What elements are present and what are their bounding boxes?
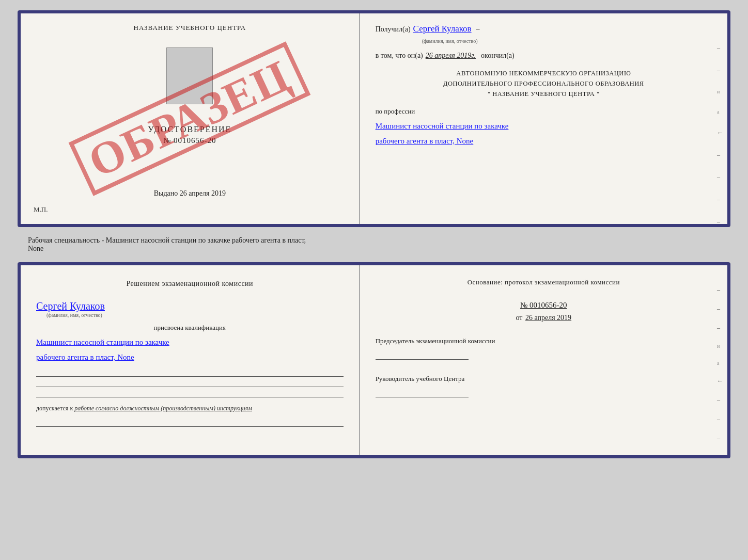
protocol-number: № 0010656-20 xyxy=(376,301,712,310)
school-name-top: НАЗВАНИЕ УЧЕБНОГО ЦЕНТРА xyxy=(134,24,246,32)
chairman-block: Председатель экзаменационной комиссии xyxy=(376,337,712,360)
profession-line2: рабочего агента в пласт, None xyxy=(376,137,712,146)
issued-line: Выдано 26 апреля 2019 xyxy=(154,189,226,203)
issued-text: Выдано xyxy=(154,189,178,197)
date-suffix: окончил(а) xyxy=(481,52,515,60)
certificate-number: № 0010656-20 xyxy=(163,136,216,145)
underline-final xyxy=(36,418,344,427)
qualification-label: присвоена квалификация xyxy=(36,324,344,332)
profession-label: по профессии xyxy=(376,107,712,116)
underline-2 xyxy=(36,378,344,387)
middle-text-strip: Рабочая специальность - Машинист насосно… xyxy=(18,232,730,257)
name-sublabel: (фамилия, имя, отчество) xyxy=(46,312,102,318)
org-block: АВТОНОМНУЮ НЕКОММЕРЧЕСКУЮ ОРГАНИЗАЦИЮ ДО… xyxy=(376,68,712,99)
photo-placeholder xyxy=(166,47,213,104)
issued-date: 26 апреля 2019 xyxy=(180,189,226,197)
certificate-top: НАЗВАНИЕ УЧЕБНОГО ЦЕНТРА ОБРАЗЕЦ УДОСТОВ… xyxy=(18,10,730,227)
underline-3 xyxy=(36,388,344,397)
допускается-prefix: допускается к xyxy=(36,405,73,412)
head-block: Руководитель учебного Центра xyxy=(376,374,712,397)
bottom-left-panel: Решением экзаменационной комиссии Сергей… xyxy=(21,265,360,455)
recipient-prefix: Получил(а) xyxy=(376,25,411,34)
допускается-text: работе согласно должностным (производств… xyxy=(74,405,252,412)
recipient-name: Сергей Кулаков xyxy=(413,24,472,34)
bottom-right-dashes: – – – и а ← – – – – xyxy=(717,286,723,461)
bottom-lines-block xyxy=(36,367,344,397)
chairman-sig-line xyxy=(376,348,469,360)
org-line1: АВТОНОМНУЮ НЕКОММЕРЧЕСКУЮ ОРГАНИЗАЦИЮ xyxy=(376,68,712,78)
qualification-line2: рабочего агента в пласт, None xyxy=(36,353,344,362)
bottom-right-panel: Основание: протокол экзаменационной коми… xyxy=(360,265,727,455)
person-name: Сергей Кулаков xyxy=(36,300,105,312)
recipient-line: Получил(а) Сергей Кулаков – xyxy=(376,24,712,34)
underline-1 xyxy=(36,367,344,377)
cert-right-panel: Получил(а) Сергей Кулаков – (фамилия, им… xyxy=(360,13,727,224)
protocol-date: от 26 апреля 2019 xyxy=(376,314,712,322)
date-prefix: в том, что он(а) xyxy=(376,52,423,60)
recipient-sublabel: (фамилия, имя, отчество) xyxy=(422,38,478,44)
certificate-bottom: Решением экзаменационной комиссии Сергей… xyxy=(18,262,730,458)
mp-label: М.П. xyxy=(34,205,48,214)
date-value: 26 апреля 2019г. xyxy=(426,52,476,60)
profession-line1: Машинист насосной станции по закачке xyxy=(376,122,712,131)
org-line2: ДОПОЛНИТЕЛЬНОГО ПРОФЕССИОНАЛЬНОГО ОБРАЗО… xyxy=(376,78,712,89)
specialty-text-line2: None xyxy=(28,245,720,253)
qualification-line1: Машинист насосной станции по закачке xyxy=(36,338,344,347)
допускается-line: допускается к работе согласно должностны… xyxy=(36,405,344,412)
head-sig-line xyxy=(376,386,469,397)
profession-prefix: по профессии xyxy=(376,107,415,115)
cert-left-panel: НАЗВАНИЕ УЧЕБНОГО ЦЕНТРА ОБРАЗЕЦ УДОСТОВ… xyxy=(21,13,360,224)
chairman-label: Председатель экзаменационной комиссии xyxy=(376,337,712,346)
org-line3: " НАЗВАНИЕ УЧЕБНОГО ЦЕНТРА " xyxy=(376,89,712,99)
side-dashes: – – и а ← – – – – xyxy=(717,44,723,226)
certificate-label: УДОСТОВЕРЕНИЕ xyxy=(148,125,231,134)
date-line: в том, что он(а) 26 апреля 2019г. окончи… xyxy=(376,52,712,60)
osnov-title: Основание: протокол экзаменационной коми… xyxy=(376,278,712,286)
head-label: Руководитель учебного Центра xyxy=(376,374,712,383)
specialty-text-line1: Рабочая специальность - Машинист насосно… xyxy=(28,236,720,245)
protocol-date-value: 26 апреля 2019 xyxy=(525,314,571,322)
protocol-date-prefix: от xyxy=(516,314,523,322)
commission-title: Решением экзаменационной комиссии xyxy=(36,278,344,289)
page-wrapper: НАЗВАНИЕ УЧЕБНОГО ЦЕНТРА ОБРАЗЕЦ УДОСТОВ… xyxy=(0,0,748,560)
